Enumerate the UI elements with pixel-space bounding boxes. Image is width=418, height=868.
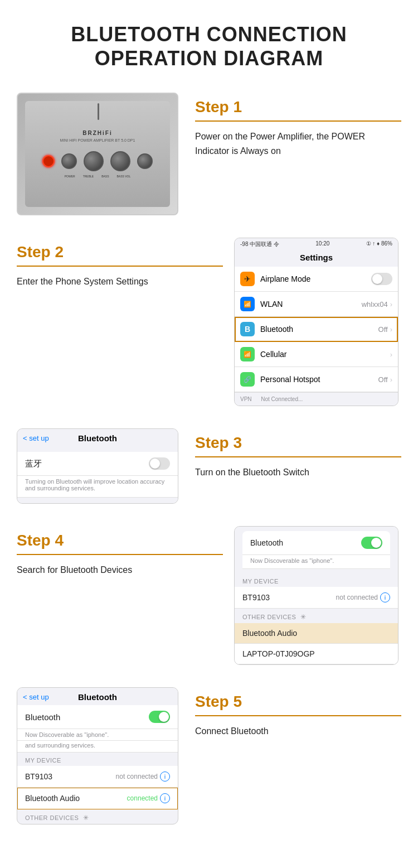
bluetooth-label: Bluetooth bbox=[260, 325, 378, 334]
bt5-audio-label: Bluetooth Audio bbox=[25, 794, 127, 803]
bt5-discoverable: Now Discoverable as "iphone". bbox=[17, 729, 178, 741]
step5-desc: Connect Bluetooth bbox=[195, 724, 401, 739]
bt5-bt-label: Bluetooth bbox=[25, 712, 149, 722]
step4-row: Bluetooth Now Discoverable as "iphone". … bbox=[17, 526, 401, 665]
amp-bass-knob bbox=[84, 151, 104, 171]
bt5-back-link[interactable]: < set up bbox=[23, 693, 49, 701]
settings-row-bluetooth[interactable]: B Bluetooth Off › bbox=[235, 317, 398, 342]
step5-divider bbox=[195, 715, 401, 716]
bluetooth-value: Off bbox=[378, 325, 388, 334]
bt5-audio-info-icon[interactable]: i bbox=[160, 793, 170, 803]
bt-settings-screen: < set up Bluetooth 蓝牙 Turning on Bluetoo… bbox=[17, 428, 178, 504]
bt5-bt-row[interactable]: Bluetooth bbox=[17, 705, 178, 729]
amp-brand: BRZHiFi bbox=[82, 130, 112, 136]
bt-devices-header-area: Bluetooth Now Discoverable as "iphone". bbox=[235, 527, 398, 573]
step1-divider bbox=[195, 120, 401, 122]
step4-label: Step 4 bbox=[17, 532, 223, 549]
hotspot-chevron-icon: › bbox=[390, 375, 392, 384]
bt-devices-screen: Bluetooth Now Discoverable as "iphone". … bbox=[234, 526, 398, 665]
bt-row-label: 蓝牙 bbox=[25, 459, 149, 469]
bt-audio-row[interactable]: Bluetooth Audio bbox=[235, 623, 398, 644]
hotspot-label: Personal Hotspot bbox=[260, 375, 378, 384]
step3-text: Step 3 Turn on the Bluetooth Switch bbox=[195, 428, 401, 480]
bt-nav-bar: < set up Bluetooth bbox=[17, 429, 178, 446]
bt5-my-device-row[interactable]: BT9103 not connected i bbox=[17, 766, 178, 788]
bt-discoverable-text: Now Discoverable as "iphone". bbox=[242, 555, 390, 569]
hotspot-value: Off bbox=[378, 375, 388, 384]
bt-screen-title: Bluetooth bbox=[78, 433, 117, 443]
step1-text: Step 1 Power on the Power Amplifier, the… bbox=[195, 93, 401, 158]
step4-desc: Search for Bluetooth Devices bbox=[17, 563, 223, 577]
spinner-icon: ✳ bbox=[300, 613, 307, 621]
bt-devices-bt-row[interactable]: Bluetooth bbox=[242, 531, 390, 555]
bt-sublabel: Turning on Bluetooth will improve locati… bbox=[17, 476, 178, 498]
phone-status-bar: -98 中国联通 令 10:20 ① ↑ ♦ 86% bbox=[235, 238, 398, 250]
phone-settings-screen: -98 中国联通 令 10:20 ① ↑ ♦ 86% Settings ✈ Ai… bbox=[234, 238, 398, 406]
bt-audio-label: Bluetooth Audio bbox=[242, 629, 390, 638]
settings-row-hotspot[interactable]: 🔗 Personal Hotspot Off › bbox=[235, 367, 398, 392]
bt-toggle[interactable] bbox=[149, 457, 170, 470]
bt5-spinner-icon: ✳ bbox=[83, 814, 89, 822]
main-title: BLUETOOTH CONNECTION OPERATION DIAGRAM bbox=[17, 22, 401, 70]
status-right: ① ↑ ♦ 86% bbox=[366, 240, 392, 248]
step3-row: < set up Bluetooth 蓝牙 Turning on Bluetoo… bbox=[17, 428, 401, 504]
step3-divider bbox=[195, 456, 401, 457]
bt5-sublabel: and surrounding services. bbox=[17, 741, 178, 753]
bt5-my-device-info-icon[interactable]: i bbox=[160, 771, 170, 782]
bt5-screen: < set up Bluetooth Bluetooth Now Discove… bbox=[17, 687, 178, 824]
step1-label: Step 1 bbox=[195, 98, 401, 116]
cellular-label: Cellular bbox=[260, 350, 390, 359]
my-device-row[interactable]: BT9103 not connected i bbox=[235, 587, 398, 609]
amp-freq-knob bbox=[137, 153, 153, 169]
amp-model: MINI HIFI POWER AMPLIFIER BT 5.0 DP1 bbox=[60, 138, 135, 142]
amp-label-bass: BASS bbox=[101, 175, 109, 178]
hotspot-icon: 🔗 bbox=[240, 372, 255, 387]
bt5-my-device-name: BT9103 bbox=[25, 772, 116, 781]
my-device-info-icon[interactable]: i bbox=[380, 592, 390, 602]
bt-devices-toggle[interactable] bbox=[361, 537, 382, 549]
status-time: 10:20 bbox=[315, 240, 329, 248]
step5-image: < set up Bluetooth Bluetooth Now Discove… bbox=[17, 687, 184, 824]
airplane-toggle[interactable] bbox=[371, 273, 392, 285]
wlan-icon: 📶 bbox=[240, 297, 255, 311]
bt5-nav-bar: < set up Bluetooth bbox=[17, 688, 178, 705]
bt5-audio-connected-row[interactable]: Bluetooth Audio connected i bbox=[17, 788, 178, 809]
other-devices-header: Other Devices ✳ bbox=[235, 609, 398, 623]
settings-row-cellular[interactable]: 📶 Cellular › bbox=[235, 342, 398, 367]
laptop-label: LAPTOP-0TJ09OGP bbox=[242, 649, 390, 658]
bt-toggle-row[interactable]: 蓝牙 bbox=[17, 452, 178, 476]
bluetooth-chevron-icon: › bbox=[390, 325, 392, 334]
settings-row-airplane[interactable]: ✈ Airplane Mode bbox=[235, 267, 398, 292]
settings-row-wlan[interactable]: 📶 WLAN whlxx04 › bbox=[235, 292, 398, 317]
settings-title: Settings bbox=[235, 250, 398, 267]
laptop-row[interactable]: LAPTOP-0TJ09OGP bbox=[235, 644, 398, 664]
status-left: -98 中国联通 令 bbox=[240, 240, 279, 248]
step1-desc: Power on the Power Amplifier, the POWER … bbox=[195, 129, 401, 158]
step1-image: BRZHiFi MINI HIFI POWER AMPLIFIER BT 5.0… bbox=[17, 93, 184, 215]
bt5-my-device-header: My Device bbox=[17, 753, 178, 766]
step1-row: BRZHiFi MINI HIFI POWER AMPLIFIER BT 5.0… bbox=[17, 93, 401, 215]
step4-image: Bluetooth Now Discoverable as "iphone". … bbox=[234, 526, 401, 665]
bt5-other-devices-header: Other Devices ✳ bbox=[17, 809, 178, 824]
step4-text: Step 4 Search for Bluetooth Devices bbox=[17, 526, 223, 577]
bt5-my-device-status: not connected bbox=[116, 773, 158, 780]
my-device-name: BT9103 bbox=[242, 593, 336, 602]
bt5-screen-title: Bluetooth bbox=[78, 692, 117, 702]
step2-label: Step 2 bbox=[17, 243, 223, 261]
cellular-icon: 📶 bbox=[240, 347, 255, 361]
bt5-toggle[interactable] bbox=[149, 711, 170, 723]
settings-list: ✈ Airplane Mode 📶 WLAN whlxx04 › B B bbox=[235, 267, 398, 392]
step3-label: Step 3 bbox=[195, 434, 401, 452]
step3-image: < set up Bluetooth 蓝牙 Turning on Bluetoo… bbox=[17, 428, 184, 504]
amplifier-image: BRZHiFi MINI HIFI POWER AMPLIFIER BT 5.0… bbox=[17, 93, 178, 215]
step2-divider bbox=[17, 266, 223, 267]
amp-treble-knob bbox=[61, 153, 77, 169]
amp-label-treble: TREBLE bbox=[83, 175, 94, 178]
step5-row: < set up Bluetooth Bluetooth Now Discove… bbox=[17, 687, 401, 824]
bluetooth-icon: B bbox=[240, 322, 255, 336]
amp-vol-knob bbox=[110, 151, 130, 171]
amp-power-button bbox=[42, 155, 55, 167]
bt-back-link[interactable]: < set up bbox=[23, 434, 49, 442]
airplane-label: Airplane Mode bbox=[260, 274, 371, 283]
vpn-partial: VPN Not Connected... bbox=[235, 392, 398, 406]
